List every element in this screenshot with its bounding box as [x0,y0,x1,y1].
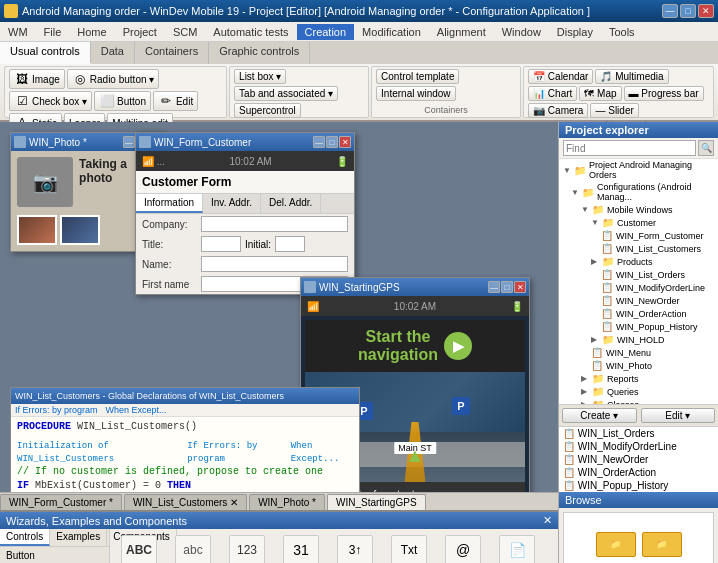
ribbon-btn-camera[interactable]: 📷 Camera [528,103,588,118]
ribbon-btn-radio[interactable]: ◎Radio button ▾ [67,69,160,89]
menu-modification[interactable]: Modification [354,24,429,40]
code-editor[interactable]: WIN_List_Customers - Global Declarations… [10,387,360,492]
code-link-exc2[interactable]: When Except... [291,440,353,465]
code-link-init[interactable]: Initialization of WIN_List_Customers [17,440,177,465]
tree-win-form-customer[interactable]: 📋 WIN_Form_Customer [559,229,718,242]
tree-configurations[interactable]: ▼ 📁 Configurations (Android Manag... [559,181,718,203]
ribbon-btn-progressbar[interactable]: ▬ Progress bar [624,86,704,101]
edit-button[interactable]: Edit ▾ [641,408,716,423]
ribbon-tab-data[interactable]: Data [91,42,135,64]
company-input[interactable] [201,216,348,232]
create-item-popup[interactable]: 📋 WIN_Popup_History [559,479,718,492]
form-tab-information[interactable]: Information [136,194,203,213]
ribbon-btn-tab[interactable]: Tab and associated ▾ [234,86,338,101]
wizard-icon-lower[interactable]: abc All in lowercase [168,533,218,563]
menu-display[interactable]: Display [549,24,601,40]
maximize-button[interactable]: □ [680,4,696,18]
customer-min-btn[interactable]: — [313,136,325,148]
initial-input[interactable] [275,236,305,252]
tree-win-list-orders[interactable]: 📋 WIN_List_Orders [559,268,718,281]
ribbon-btn-slider[interactable]: — Slider [590,103,638,118]
gps-play-button[interactable]: ▶ [444,332,472,360]
ribbon-btn-map[interactable]: 🗺 Map [579,86,621,101]
wizard-icon-date[interactable]: 31 Date [276,533,326,563]
tree-reports[interactable]: ▶ 📁 Reports [559,372,718,385]
ribbon-btn-edit[interactable]: ✏Edit [153,91,198,111]
tree-win-orderaction[interactable]: 📋 WIN_OrderAction [559,307,718,320]
gps-close-btn[interactable]: ✕ [514,281,526,293]
btab-photo[interactable]: WIN_Photo * [249,494,325,510]
wizard-icon-caps[interactable]: ABC All in CAPS [114,533,164,563]
canvas-area[interactable]: WIN_Photo * — □ ✕ 📷 Taking a photo [0,122,558,492]
menu-autotests[interactable]: Automatic tests [205,24,296,40]
find-input[interactable] [563,140,696,156]
tree-win-popup-history[interactable]: 📋 WIN_Popup_History [559,320,718,333]
ribbon-btn-listbox[interactable]: List box ▾ [234,69,286,84]
gps-max-btn[interactable]: □ [501,281,513,293]
wizard-icon-email[interactable]: @ Email address [438,533,488,563]
btab-starting-gps[interactable]: WIN_StartingGPS [327,494,426,510]
minimize-button[interactable]: — [662,4,678,18]
ribbon-btn-image[interactable]: 🖼Image [9,69,65,89]
menu-file[interactable]: File [36,24,70,40]
btab-form-customer[interactable]: WIN_Form_Customer * [0,494,122,510]
menu-tools[interactable]: Tools [601,24,643,40]
tree-queries[interactable]: ▶ 📁 Queries [559,385,718,398]
menu-project[interactable]: Project [115,24,165,40]
tree-win-neworder[interactable]: 📋 WIN_NewOrder [559,294,718,307]
wizard-icon-datetext[interactable]: Txt Date in letters [384,533,434,563]
gps-titlebar[interactable]: WIN_StartingGPS — □ ✕ [301,278,529,296]
code-link-except[interactable]: When Except... [106,405,167,415]
menu-creation[interactable]: Creation [297,24,355,40]
ribbon-tab-graphic[interactable]: Graphic controls [209,42,310,64]
code-link-errors[interactable]: If Errors: by program [15,405,98,415]
ribbon-btn-internal-window[interactable]: Internal window [376,86,455,101]
ribbon-btn-calendar[interactable]: 📅 Calendar [528,69,593,84]
create-button[interactable]: Create ▾ [562,408,637,423]
ribbon-btn-checkbox[interactable]: ☑Check box ▾ [9,91,92,111]
menu-window[interactable]: Window [494,24,549,40]
wizard-tab-examples[interactable]: Examples [50,529,107,546]
wizard-list-button[interactable]: Button [2,549,107,562]
btab-list-customers[interactable]: WIN_List_Customers ✕ [124,494,247,510]
menu-home[interactable]: Home [69,24,114,40]
form-tab-inv[interactable]: Inv. Addr. [203,194,261,213]
tree-mobile-windows[interactable]: ▼ 📁 Mobile Windows [559,203,718,216]
tree-customer-folder[interactable]: ▼ 📁 Customer [559,216,718,229]
create-item-orderaction[interactable]: 📋 WIN_OrderAction [559,466,718,479]
ribbon-btn-chart[interactable]: 📊 Chart [528,86,577,101]
title-input[interactable] [201,236,241,252]
ribbon-btn-button[interactable]: ⬜Button [94,91,151,111]
customer-close-btn[interactable]: ✕ [339,136,351,148]
ribbon-btn-multimedia[interactable]: 🎵 Multimedia [595,69,668,84]
ribbon-btn-template[interactable]: Control template [376,69,459,84]
wizard-close-btn[interactable]: ✕ [543,514,552,527]
tree-win-menu[interactable]: 📋 WIN_Menu [559,346,718,359]
tree-win-modifyorderline[interactable]: 📋 WIN_ModifyOrderLine [559,281,718,294]
tree-products-folder[interactable]: ▶ 📁 Products [559,255,718,268]
wizard-icon-file[interactable]: 📄 File [492,533,542,563]
tree-win-photo[interactable]: 📋 WIN_Photo [559,359,718,372]
tree-win-hold[interactable]: ▶ 📁 WIN_HOLD [559,333,718,346]
code-link-err2[interactable]: If Errors: by program [187,440,280,465]
wizard-icon-amount[interactable]: 123 Amount [222,533,272,563]
photo-min-btn[interactable]: — [123,136,135,148]
tree-win-list-customers[interactable]: 📋 WIN_List_Customers [559,242,718,255]
menu-alignment[interactable]: Alignment [429,24,494,40]
name-input[interactable] [201,256,348,272]
create-item-modify[interactable]: 📋 WIN_ModifyOrderLine [559,440,718,453]
menu-wm[interactable]: WM [0,24,36,40]
find-button[interactable]: 🔍 [698,140,714,156]
ribbon-tab-containers[interactable]: Containers [135,42,209,64]
customer-max-btn[interactable]: □ [326,136,338,148]
create-item-orders[interactable]: 📋 WIN_List_Orders [559,427,718,440]
close-button[interactable]: ✕ [698,4,714,18]
customer-window[interactable]: WIN_Form_Customer — □ ✕ 📶 ... 10:02 AM 🔋… [135,132,355,295]
tree-root[interactable]: ▼ 📁 Project Android Managing Orders [559,159,718,181]
menu-scm[interactable]: SCM [165,24,205,40]
wizard-tab-controls[interactable]: Controls [0,529,50,546]
ribbon-btn-supercontrol[interactable]: Supercontrol [234,103,301,118]
ribbon-tab-usual[interactable]: Usual controls [0,42,91,64]
customer-titlebar[interactable]: WIN_Form_Customer — □ ✕ [136,133,354,151]
gps-min-btn[interactable]: — [488,281,500,293]
